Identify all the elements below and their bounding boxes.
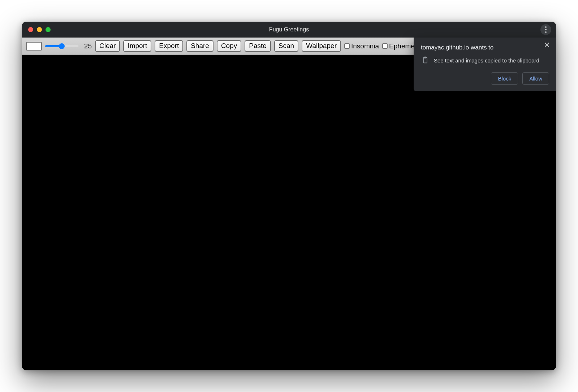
- ephemeral-checkbox[interactable]: [382, 43, 388, 49]
- slider-value: 25: [82, 42, 92, 50]
- export-button[interactable]: Export: [155, 40, 183, 52]
- block-button[interactable]: Block: [491, 72, 518, 85]
- import-button[interactable]: Import: [123, 40, 151, 52]
- paste-button[interactable]: Paste: [245, 40, 271, 52]
- fullscreen-window-button[interactable]: [46, 27, 51, 32]
- clear-button[interactable]: Clear: [95, 40, 120, 52]
- insomnia-checkbox-group: Insomnia: [344, 42, 379, 50]
- window-title: Fugu Greetings: [22, 26, 556, 33]
- insomnia-label: Insomnia: [351, 42, 379, 50]
- permission-title: tomayac.github.io wants to: [421, 44, 549, 51]
- vertical-dots-icon: [545, 26, 547, 33]
- drawing-canvas[interactable]: [22, 55, 556, 370]
- color-swatch[interactable]: [26, 42, 42, 51]
- wallpaper-button[interactable]: Wallpaper: [302, 40, 341, 52]
- brush-size-slider[interactable]: [45, 45, 78, 47]
- kebab-menu-button[interactable]: [540, 24, 551, 35]
- slider-thumb[interactable]: [59, 43, 65, 49]
- close-window-button[interactable]: [28, 27, 33, 32]
- permission-description: See text and images copied to the clipbo…: [434, 57, 539, 64]
- scan-button[interactable]: Scan: [274, 40, 298, 52]
- minimize-window-button[interactable]: [37, 27, 42, 32]
- app-window: Fugu Greetings 25 Clear Import: [22, 22, 556, 370]
- share-button[interactable]: Share: [186, 40, 213, 52]
- permission-prompt: tomayac.github.io wants to See text and …: [414, 38, 556, 91]
- clipboard-icon: [422, 56, 429, 64]
- copy-button[interactable]: Copy: [217, 40, 241, 52]
- close-icon[interactable]: [544, 42, 551, 49]
- allow-button[interactable]: Allow: [522, 72, 549, 85]
- window-controls: [28, 27, 51, 32]
- titlebar: Fugu Greetings: [22, 22, 556, 38]
- insomnia-checkbox[interactable]: [344, 43, 350, 49]
